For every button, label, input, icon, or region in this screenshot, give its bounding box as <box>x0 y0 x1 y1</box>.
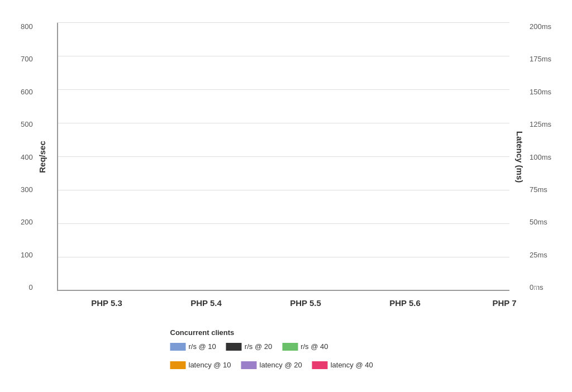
bar-value-label: 48 <box>119 283 127 289</box>
y-left-tick: 400 <box>21 154 33 161</box>
bar-value-label: 270 <box>367 280 375 289</box>
bar-value-label: 254 <box>168 280 176 289</box>
bar-value-label: 210 <box>69 280 77 289</box>
bar-value-label: 78 <box>335 283 342 289</box>
y-left-tick: 0 <box>28 284 32 291</box>
bar-value-label: 600 <box>500 280 508 289</box>
legend-item: r/s @ 40 <box>282 342 328 351</box>
legend-swatch <box>241 361 257 369</box>
y-left-tick: 200 <box>21 218 33 226</box>
group-label: PHP 7 <box>492 298 516 308</box>
bar-value-label: 272 <box>401 280 408 289</box>
y-left-tick: 800 <box>21 23 33 30</box>
bar-value-label: 78 <box>235 283 243 289</box>
legend-label: latency @ 40 <box>331 361 373 369</box>
bar-value-label: 38 <box>417 283 425 289</box>
bar-value-label: 604 <box>483 280 491 289</box>
bar-value-label: 270 <box>384 280 392 289</box>
legend-item: r/s @ 10 <box>170 342 216 351</box>
bar-value-label: 187 <box>152 280 160 289</box>
bar-value-label: 156 <box>351 280 359 289</box>
y-label-right: Latency (ms) <box>515 131 525 183</box>
legend-label: r/s @ 20 <box>245 342 272 351</box>
y-right-tick: 175ms <box>530 55 551 63</box>
legend-label: r/s @ 10 <box>189 342 216 351</box>
bar-value-label: 94 <box>136 283 144 289</box>
bar-value-label: 258 <box>202 280 209 289</box>
bar-value-label: 258 <box>301 280 309 289</box>
y-right-tick: 125ms <box>530 121 551 128</box>
bar-value-label: 40 <box>318 283 326 289</box>
legend-swatch <box>170 361 186 369</box>
bar-value-label: 33 <box>533 283 541 289</box>
bar-value-label: 74 <box>434 283 442 289</box>
bar-value-label: 258 <box>185 280 193 289</box>
bar-value-label: 156 <box>252 280 260 289</box>
bar-value-label: 68 <box>550 283 558 289</box>
bar-value-label: 213 <box>102 280 110 289</box>
legend-item: r/s @ 20 <box>226 342 272 351</box>
chart-container: 0100200300400500600700800 0ms25ms50ms75m… <box>18 12 554 380</box>
y-right-tick: 50ms <box>530 218 547 226</box>
y-left-tick: 100 <box>21 251 33 259</box>
bars-area: 2102132134894187PHP 5.32542582583978156P… <box>57 23 509 291</box>
bar-value-label: 147 <box>451 280 459 289</box>
bar-value-label: 254 <box>268 280 275 289</box>
y-axis-right: 0ms25ms50ms75ms100ms125ms150ms175ms200ms <box>530 23 551 291</box>
bar-value-label: 17 <box>517 283 525 289</box>
legend-label: r/s @ 40 <box>301 342 328 351</box>
group-label: PHP 5.5 <box>290 298 321 308</box>
legend: Concurrent clients r/s @ 10r/s @ 20r/s @… <box>170 328 397 369</box>
y-left-tick: 700 <box>21 55 33 63</box>
legend-swatch <box>226 343 242 351</box>
y-right-tick: 100ms <box>530 154 551 161</box>
group-label: PHP 5.4 <box>190 298 222 308</box>
bar-value-label: 590 <box>466 280 474 289</box>
group-label: PHP 5.3 <box>91 298 122 308</box>
legend-item: latency @ 20 <box>241 361 302 369</box>
legend-label: latency @ 10 <box>189 361 231 369</box>
bar-value-label: 257 <box>284 280 292 289</box>
group-label: PHP 5.6 <box>389 298 421 308</box>
legend-swatch <box>312 361 328 369</box>
y-label-left: Req/sec <box>37 141 47 173</box>
legend-item: latency @ 10 <box>170 361 231 369</box>
bar-value-label: 213 <box>85 280 93 289</box>
y-left-tick: 500 <box>21 121 33 128</box>
y-left-tick: 300 <box>21 186 33 193</box>
y-axis-left: 0100200300400500600700800 <box>21 23 33 291</box>
legend-item: latency @ 40 <box>312 361 373 369</box>
y-right-tick: 75ms <box>530 186 547 193</box>
y-right-tick: 150ms <box>530 88 551 95</box>
legend-swatch <box>282 343 298 351</box>
chart-area: 0100200300400500600700800 0ms25ms50ms75m… <box>57 23 509 291</box>
bar-value-label: 39 <box>218 283 226 289</box>
y-right-tick: 200ms <box>530 23 551 30</box>
legend-label: latency @ 20 <box>260 361 302 369</box>
legend-items: r/s @ 10r/s @ 20r/s @ 40latency @ 10late… <box>170 342 397 369</box>
legend-swatch <box>170 343 186 351</box>
legend-title: Concurrent clients <box>170 328 235 337</box>
y-left-tick: 600 <box>21 88 33 95</box>
y-right-tick: 25ms <box>530 251 547 259</box>
